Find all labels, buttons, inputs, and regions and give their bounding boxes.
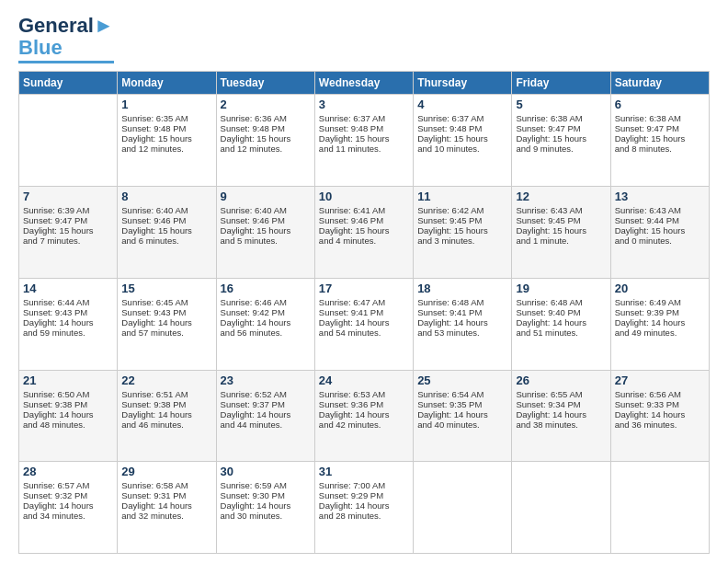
day-info-line: Sunset: 9:47 PM	[615, 123, 705, 133]
calendar-cell: 25Sunrise: 6:54 AMSunset: 9:35 PMDayligh…	[414, 370, 512, 462]
day-info-line: and 48 minutes.	[23, 419, 113, 430]
calendar-cell: 5Sunrise: 6:38 AMSunset: 9:47 PMDaylight…	[512, 95, 610, 187]
day-info-line: and 7 minutes.	[23, 236, 113, 246]
day-info-line: Daylight: 15 hours	[23, 225, 113, 236]
day-info-line: Sunset: 9:45 PM	[417, 215, 507, 225]
day-info-line: Sunset: 9:46 PM	[221, 215, 311, 225]
calendar-cell	[414, 462, 512, 554]
day-info-line: Daylight: 15 hours	[417, 133, 507, 144]
day-number: 22	[121, 373, 211, 387]
day-number: 13	[615, 190, 705, 203]
calendar-week-row: 1Sunrise: 6:35 AMSunset: 9:48 PMDaylight…	[19, 95, 710, 187]
calendar-cell: 8Sunrise: 6:40 AMSunset: 9:46 PMDaylight…	[118, 187, 216, 279]
day-info-line: Daylight: 15 hours	[221, 225, 311, 236]
day-info-line: and 6 minutes.	[121, 236, 211, 246]
day-info-line: Sunset: 9:40 PM	[516, 307, 606, 317]
day-info-line: Sunset: 9:48 PM	[319, 123, 409, 133]
day-number: 26	[516, 373, 606, 387]
calendar-cell: 16Sunrise: 6:46 AMSunset: 9:42 PMDayligh…	[216, 278, 314, 370]
day-info-line: Daylight: 15 hours	[121, 133, 211, 144]
calendar-cell: 11Sunrise: 6:42 AMSunset: 9:45 PMDayligh…	[414, 187, 512, 279]
day-info-line: Daylight: 14 hours	[23, 409, 113, 419]
calendar-cell: 21Sunrise: 6:50 AMSunset: 9:38 PMDayligh…	[19, 370, 118, 462]
day-info-line: Sunrise: 6:58 AM	[121, 480, 211, 490]
day-info-line: Daylight: 14 hours	[221, 409, 311, 419]
calendar-cell: 19Sunrise: 6:48 AMSunset: 9:40 PMDayligh…	[512, 278, 610, 370]
day-info-line: Sunset: 9:38 PM	[121, 399, 211, 409]
day-info-line: Sunrise: 6:43 AM	[516, 205, 606, 215]
day-info-line: and 1 minute.	[516, 236, 606, 246]
day-number: 1	[121, 98, 211, 111]
day-info-line: and 8 minutes.	[615, 144, 705, 154]
day-info-line: Daylight: 15 hours	[319, 133, 409, 144]
calendar-cell: 2Sunrise: 6:36 AMSunset: 9:48 PMDaylight…	[216, 95, 314, 187]
day-info-line: and 53 minutes.	[417, 327, 507, 338]
day-info-line: Sunrise: 6:44 AM	[23, 297, 113, 307]
day-number: 10	[319, 190, 409, 203]
calendar-cell: 17Sunrise: 6:47 AMSunset: 9:41 PMDayligh…	[314, 278, 413, 370]
day-info-line: Sunrise: 6:52 AM	[221, 389, 311, 399]
day-info-line: Sunrise: 6:49 AM	[615, 297, 705, 307]
day-info-line: Sunset: 9:32 PM	[23, 490, 113, 500]
day-info-line: Daylight: 14 hours	[516, 317, 606, 327]
day-info-line: Sunrise: 6:48 AM	[417, 297, 507, 307]
day-info-line: Sunrise: 6:48 AM	[516, 297, 606, 307]
day-number: 30	[221, 465, 311, 478]
day-info-line: and 0 minutes.	[615, 236, 705, 246]
calendar-cell: 29Sunrise: 6:58 AMSunset: 9:31 PMDayligh…	[118, 462, 216, 554]
day-info-line: Daylight: 14 hours	[516, 409, 606, 419]
day-info-line: Sunrise: 6:41 AM	[319, 205, 409, 215]
day-info-line: Sunset: 9:41 PM	[417, 307, 507, 317]
day-info-line: and 32 minutes.	[121, 511, 211, 521]
calendar-cell	[610, 462, 709, 554]
logo-underline	[18, 61, 114, 63]
day-number: 20	[615, 282, 705, 295]
day-info-line: Sunrise: 6:40 AM	[221, 205, 311, 215]
calendar-cell: 23Sunrise: 6:52 AMSunset: 9:37 PMDayligh…	[216, 370, 314, 462]
day-info-line: Daylight: 14 hours	[319, 409, 409, 419]
header-saturday: Saturday	[610, 72, 709, 95]
header-thursday: Thursday	[414, 72, 512, 95]
day-number: 6	[615, 98, 705, 111]
day-info-line: Sunset: 9:43 PM	[121, 307, 211, 317]
day-info-line: Sunrise: 6:39 AM	[23, 205, 113, 215]
day-number: 12	[516, 190, 606, 203]
calendar-cell: 14Sunrise: 6:44 AMSunset: 9:43 PMDayligh…	[19, 278, 118, 370]
day-info-line: Sunrise: 6:45 AM	[121, 297, 211, 307]
day-info-line: Sunrise: 6:57 AM	[23, 480, 113, 490]
day-info-line: Daylight: 14 hours	[121, 409, 211, 419]
day-info-line: Sunrise: 6:55 AM	[516, 389, 606, 399]
day-info-line: Sunrise: 7:00 AM	[319, 480, 409, 490]
day-info-line: Daylight: 15 hours	[121, 225, 211, 236]
day-info-line: Sunset: 9:48 PM	[417, 123, 507, 133]
day-info-line: and 56 minutes.	[221, 327, 311, 338]
day-info-line: Sunrise: 6:53 AM	[319, 389, 409, 399]
calendar-cell: 12Sunrise: 6:43 AMSunset: 9:45 PMDayligh…	[512, 187, 610, 279]
day-info-line: and 9 minutes.	[516, 144, 606, 154]
day-info-line: Daylight: 15 hours	[615, 225, 705, 236]
day-info-line: Sunrise: 6:50 AM	[23, 389, 113, 399]
day-info-line: Sunrise: 6:38 AM	[615, 113, 705, 123]
day-info-line: Daylight: 14 hours	[23, 500, 113, 511]
day-number: 9	[221, 190, 311, 203]
day-info-line: Daylight: 14 hours	[417, 317, 507, 327]
day-info-line: Sunset: 9:43 PM	[23, 307, 113, 317]
day-info-line: Sunrise: 6:51 AM	[121, 389, 211, 399]
day-info-line: and 3 minutes.	[417, 236, 507, 246]
calendar-cell: 26Sunrise: 6:55 AMSunset: 9:34 PMDayligh…	[512, 370, 610, 462]
day-info-line: Sunset: 9:34 PM	[516, 399, 606, 409]
day-number: 3	[319, 98, 409, 111]
calendar-cell: 10Sunrise: 6:41 AMSunset: 9:46 PMDayligh…	[314, 187, 413, 279]
day-info-line: Sunrise: 6:35 AM	[121, 113, 211, 123]
day-info-line: Sunrise: 6:46 AM	[221, 297, 311, 307]
day-number: 11	[417, 190, 507, 203]
calendar-cell: 3Sunrise: 6:37 AMSunset: 9:48 PMDaylight…	[314, 95, 413, 187]
day-info-line: Sunset: 9:33 PM	[615, 399, 705, 409]
calendar: SundayMondayTuesdayWednesdayThursdayFrid…	[18, 71, 710, 554]
day-info-line: Sunrise: 6:37 AM	[417, 113, 507, 123]
day-number: 24	[319, 373, 409, 387]
header-wednesday: Wednesday	[314, 72, 413, 95]
day-info-line: and 34 minutes.	[23, 511, 113, 521]
calendar-cell: 15Sunrise: 6:45 AMSunset: 9:43 PMDayligh…	[118, 278, 216, 370]
day-info-line: Sunset: 9:37 PM	[221, 399, 311, 409]
